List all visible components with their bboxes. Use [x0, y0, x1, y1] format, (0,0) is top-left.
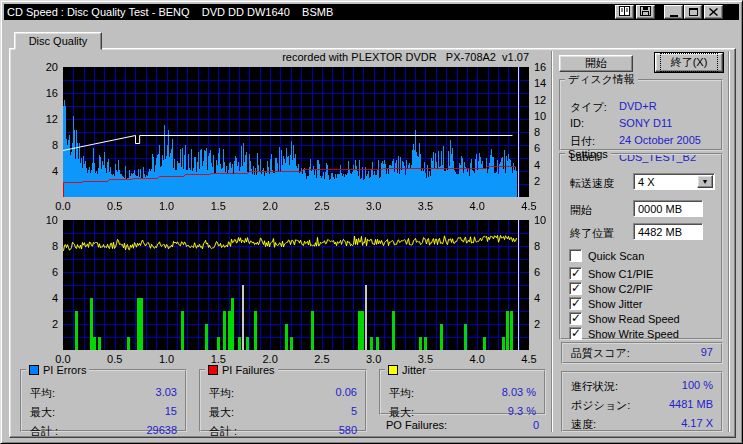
- show-jitter-label: Show Jitter: [588, 298, 642, 310]
- checkbox-show-c1-pie[interactable]: ✓ Show C1/PIE: [569, 267, 653, 280]
- tab-disc-quality[interactable]: Disc Quality: [14, 32, 102, 50]
- start-pos-value: 0000 MB: [638, 203, 682, 215]
- show-write-speed-label: Show Write Speed: [588, 328, 679, 340]
- report-button[interactable]: [615, 5, 634, 19]
- axis-tick-label: 8: [35, 139, 58, 151]
- axis-tick-label: 6: [35, 266, 58, 278]
- recorded-note: recorded with PLEXTOR DVDR PX-708A2 v1.0…: [251, 51, 529, 63]
- save-icon: [640, 6, 651, 18]
- panel-divider-left: [551, 51, 553, 432]
- checkbox-show-jitter[interactable]: ✓ Show Jitter: [569, 297, 642, 310]
- axis-tick-label: 4.0: [464, 200, 490, 212]
- quick-scan-label: Quick Scan: [588, 250, 644, 262]
- settings-title: Settings: [565, 148, 611, 160]
- axis-tick-label: 20: [35, 61, 58, 73]
- quality-score-value: 97: [701, 346, 713, 361]
- disc-type-label: タイプ:: [570, 100, 607, 115]
- window-title: CD Speed : Disc Quality Test - BENQ DVD …: [4, 6, 333, 18]
- pi-failures-title: PI Failures: [222, 364, 275, 376]
- speed-row: 速度: 4.17 X: [571, 417, 713, 432]
- checkbox-show-read-speed[interactable]: ✓ Show Read Speed: [569, 312, 680, 325]
- disc-info-title: ディスク情報: [565, 72, 638, 87]
- axis-tick-label: 4: [35, 165, 58, 177]
- axis-tick-label: 0.0: [50, 200, 76, 212]
- quality-score-label: 品質スコア:: [571, 346, 630, 361]
- jitter-max-row: 最大: 9.3 %: [389, 405, 536, 420]
- report-icon: [619, 6, 630, 18]
- pi-errors-group: PI Errors 平均: 3.03 最大: 15 合計 : 29638: [20, 364, 187, 432]
- axis-tick-label: 2: [35, 318, 58, 330]
- end-pos-value: 4482 MB: [638, 226, 682, 238]
- start-button[interactable]: 開始: [559, 55, 633, 72]
- show-read-speed-checkbox[interactable]: ✓: [569, 312, 582, 325]
- speed-combobox[interactable]: 4 X ▼: [633, 173, 715, 190]
- minimize-icon: [670, 15, 678, 17]
- pi-errors-total-row: 合計 : 29638: [30, 424, 177, 439]
- maximize-button[interactable]: [684, 5, 702, 19]
- start-pos-label: 開始: [570, 203, 592, 218]
- axis-tick-label: 4: [35, 292, 58, 304]
- disc-info-group: ディスク情報 タイプ: DVD+R ID: SONY D11 日付: 24 Oc…: [559, 72, 723, 151]
- checkbox-show-write-speed[interactable]: ✓ Show Write Speed: [569, 327, 679, 340]
- quick-scan-checkbox[interactable]: ✓: [569, 249, 582, 262]
- exit-button-label: 終了(X): [660, 53, 719, 72]
- close-button[interactable]: [704, 5, 723, 19]
- show-c1-pie-checkbox[interactable]: ✓: [569, 267, 582, 280]
- show-jitter-checkbox[interactable]: ✓: [569, 297, 582, 310]
- quality-score-row: 品質スコア: 97: [571, 346, 713, 361]
- speed-value: 4 X: [638, 176, 655, 188]
- app-window: CD Speed : Disc Quality Test - BENQ DVD …: [0, 0, 743, 444]
- show-c1-pie-label: Show C1/PIE: [588, 268, 653, 280]
- axis-tick-label: 12: [35, 113, 58, 125]
- jitter-group: Jitter 平均: 8.03 % 最大: 9.3 %: [379, 364, 546, 415]
- axis-tick-label: 10: [35, 214, 58, 226]
- end-pos-label: 終了位置: [570, 226, 614, 241]
- minimize-button[interactable]: [664, 5, 683, 19]
- panel-divider-right: [728, 51, 730, 432]
- po-failures-label: PO Failures:: [386, 419, 447, 431]
- checkbox-quick-scan[interactable]: ✓ Quick Scan: [569, 249, 644, 262]
- pi-failures-total-row: 合計 : 580: [209, 424, 357, 439]
- axis-tick-label: 2.0: [257, 200, 283, 212]
- pi-errors-avg-row: 平均: 3.03: [30, 386, 177, 401]
- pi-failures-legend: PI Failures: [205, 364, 278, 376]
- pi-failures-jitter-chart: [63, 220, 529, 350]
- end-pos-input[interactable]: 4482 MB: [633, 223, 703, 240]
- axis-tick-label: 8: [35, 240, 58, 252]
- show-read-speed-label: Show Read Speed: [588, 313, 680, 325]
- speed-status-value: 4.17 X: [681, 417, 713, 432]
- pi-failures-group: PI Failures 平均: 0.06 最大: 5 合計 : 580: [199, 364, 367, 432]
- axis-tick-label: 2.5: [309, 200, 335, 212]
- pi-errors-swatch: [29, 365, 39, 375]
- settings-group: Settings 転送速度 4 X ▼ 開始 0000 MB 終了位置 4482…: [559, 148, 723, 340]
- save-button[interactable]: [636, 5, 655, 19]
- chevron-down-icon[interactable]: ▼: [697, 175, 713, 188]
- show-c2-pif-label: Show C2/PIF: [588, 283, 653, 295]
- exit-button[interactable]: 終了(X): [655, 53, 723, 72]
- maximize-icon: [689, 8, 698, 16]
- pi-errors-max-row: 最大: 15: [30, 405, 177, 420]
- quality-score-box: 品質スコア: 97: [561, 342, 723, 364]
- axis-tick-label: 4.5: [516, 200, 542, 212]
- jitter-avg-row: 平均: 8.03 %: [389, 386, 536, 401]
- close-icon: [709, 6, 718, 18]
- show-write-speed-checkbox[interactable]: ✓: [569, 327, 582, 340]
- disc-id-value: SONY D11: [619, 117, 672, 129]
- disc-type-value: DVD+R: [619, 100, 657, 112]
- progress-label: 進行状況:: [571, 379, 618, 394]
- position-row: ポジション: 4481 MB: [571, 398, 713, 413]
- show-c2-pif-checkbox[interactable]: ✓: [569, 282, 582, 295]
- pi-errors-title: PI Errors: [43, 364, 86, 376]
- checkbox-show-c2-pif[interactable]: ✓ Show C2/PIF: [569, 282, 653, 295]
- pi-failures-swatch: [208, 365, 218, 375]
- axis-tick-label: 0.5: [102, 200, 128, 212]
- po-failures-value: 0: [533, 419, 539, 431]
- axis-tick-label: 16: [35, 87, 58, 99]
- axis-tick-label: 1.0: [154, 200, 180, 212]
- tab-label: Disc Quality: [29, 35, 88, 47]
- position-label: ポジション:: [571, 398, 630, 413]
- start-pos-input[interactable]: 0000 MB: [633, 200, 703, 217]
- jitter-title: Jitter: [402, 364, 426, 376]
- axis-tick-label: 3.0: [361, 200, 387, 212]
- pi-errors-legend: PI Errors: [26, 364, 89, 376]
